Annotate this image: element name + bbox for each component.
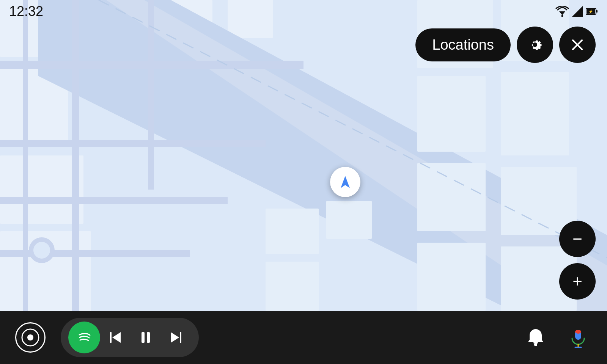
- svg-rect-44: [110, 332, 112, 343]
- svg-rect-27: [326, 201, 372, 239]
- svg-rect-24: [417, 243, 486, 311]
- svg-marker-40: [341, 176, 350, 188]
- skip-previous-icon: [107, 329, 124, 346]
- time-display: 12:32: [9, 3, 43, 19]
- svg-point-43: [75, 328, 93, 347]
- svg-text:⚡: ⚡: [588, 9, 593, 14]
- skip-next-icon: [168, 329, 184, 346]
- svg-rect-21: [501, 72, 569, 155]
- locations-button[interactable]: Locations: [415, 28, 511, 61]
- right-controls: [522, 324, 592, 351]
- svg-point-42: [27, 334, 33, 340]
- svg-rect-12: [0, 140, 266, 147]
- svg-point-51: [534, 343, 537, 346]
- spotify-icon: [75, 328, 94, 347]
- svg-rect-48: [180, 332, 181, 343]
- zoom-out-button[interactable]: −: [559, 221, 596, 257]
- svg-rect-22: [417, 163, 486, 231]
- svg-rect-17: [23, 0, 28, 311]
- svg-marker-49: [171, 332, 179, 343]
- svg-marker-33: [572, 6, 583, 17]
- svg-rect-14: [0, 250, 190, 257]
- voice-assistant-button[interactable]: [565, 324, 592, 351]
- svg-rect-15: [72, 0, 79, 311]
- zoom-in-button[interactable]: +: [559, 263, 596, 300]
- svg-rect-46: [142, 332, 145, 343]
- svg-rect-26: [266, 209, 319, 254]
- svg-rect-47: [147, 332, 150, 343]
- navigation-arrow-icon: [337, 174, 354, 190]
- previous-button[interactable]: [100, 322, 131, 353]
- battery-icon: ⚡: [586, 8, 598, 15]
- bell-icon: [524, 326, 547, 349]
- pause-icon: [137, 329, 154, 346]
- svg-rect-20: [417, 76, 486, 152]
- status-icons: ⚡: [555, 6, 598, 17]
- mic-icon: [567, 326, 590, 349]
- location-marker: [330, 167, 360, 197]
- svg-point-32: [561, 15, 563, 17]
- svg-marker-45: [112, 332, 121, 343]
- pause-button[interactable]: [131, 322, 161, 353]
- settings-button[interactable]: [517, 27, 553, 63]
- app: 12:32 ⚡: [0, 0, 607, 364]
- svg-rect-53: [575, 330, 581, 334]
- close-icon: [570, 37, 585, 52]
- svg-rect-28: [266, 262, 319, 311]
- svg-point-29: [31, 240, 52, 261]
- bottom-bar: [0, 311, 607, 364]
- spotify-button[interactable]: [68, 322, 100, 353]
- close-button[interactable]: [559, 27, 596, 63]
- media-controls: [61, 318, 199, 357]
- next-button[interactable]: [161, 322, 191, 353]
- map-area: 12:32 ⚡: [0, 0, 607, 311]
- gear-icon: [527, 36, 543, 53]
- home-button[interactable]: [15, 322, 46, 353]
- zoom-controls: − +: [559, 221, 596, 300]
- svg-rect-16: [148, 0, 154, 190]
- home-circle-icon: [21, 328, 40, 347]
- notifications-button[interactable]: [522, 324, 549, 351]
- top-controls: Locations: [415, 27, 596, 63]
- svg-marker-31: [559, 11, 565, 15]
- svg-rect-13: [0, 197, 228, 204]
- status-bar: 12:32 ⚡: [0, 0, 607, 23]
- wifi-icon: [555, 6, 569, 17]
- signal-icon: [572, 6, 583, 17]
- svg-rect-35: [596, 10, 598, 13]
